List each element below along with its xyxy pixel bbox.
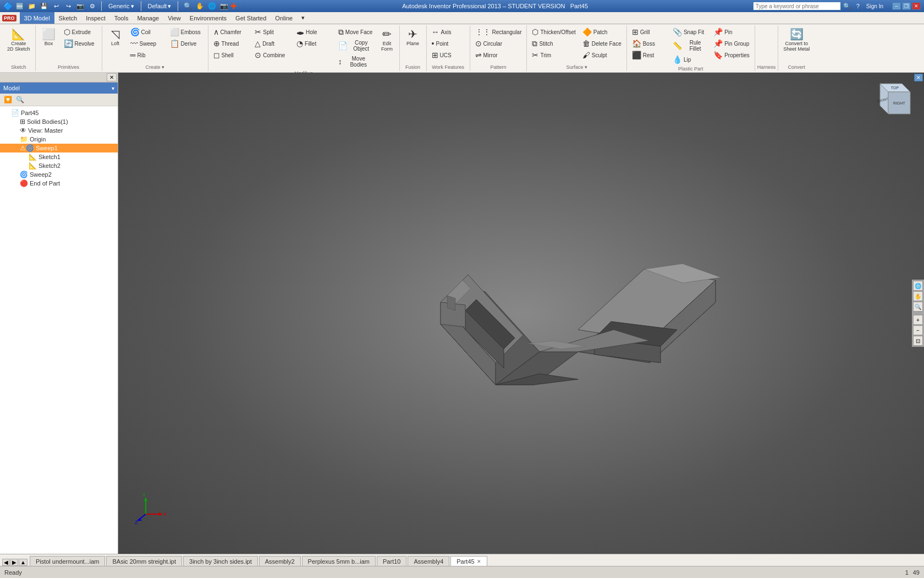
menu-getstarted[interactable]: Get Started — [231, 12, 271, 24]
sweep-btn[interactable]: 〰 Sweep — [128, 38, 166, 49]
draft-btn[interactable]: △ Draft — [252, 38, 293, 49]
tree-item-solid-bodies[interactable]: ⊞ Solid Bodies(1) — [0, 117, 118, 126]
rest-btn[interactable]: ⬛ Rest — [629, 50, 669, 61]
tree-item-sketch2[interactable]: 📐 Sketch2 — [0, 161, 118, 170]
style-dropdown[interactable]: Default▾ — [145, 2, 174, 11]
quick-access-snapshot[interactable]: 📷 — [75, 1, 85, 11]
tab-basic20mm[interactable]: BAsic 20mm streight.ipt — [106, 556, 182, 566]
tab-part45-close[interactable]: ✕ — [477, 559, 481, 564]
mirror-btn[interactable]: ⇌ Mirror — [472, 50, 525, 61]
vc-orbit-btn[interactable]: 🌐 — [913, 281, 923, 291]
grill-btn[interactable]: ⊞ Grill — [629, 26, 669, 37]
nav-dropdown[interactable]: Generic▾ — [106, 2, 137, 11]
search-tree-icon[interactable]: 🔍 — [14, 95, 25, 105]
ucs-btn[interactable]: ⊞ UCS — [429, 50, 468, 61]
fillet-btn[interactable]: ◔ Fillet — [294, 38, 334, 49]
axis-btn[interactable]: ↔ Axis — [429, 26, 468, 37]
tab-nav-up-btn[interactable]: ▲ — [19, 559, 28, 566]
signin-btn[interactable]: Sign In — [864, 3, 886, 9]
split-btn[interactable]: ✂ Split — [252, 26, 293, 37]
loft-btn[interactable]: ◹ Loft — [105, 26, 127, 48]
combine-btn[interactable]: ⊙ Combine — [252, 50, 293, 61]
stitch-btn[interactable]: ⧉ Stitch — [529, 38, 578, 49]
tree-item-view-master[interactable]: 👁 View: Master — [0, 126, 118, 135]
pin-group-btn[interactable]: 📌 Pin Group — [711, 38, 752, 49]
box-btn[interactable]: ⬜ Box — [38, 26, 60, 48]
shell-btn[interactable]: ◻ Shell — [211, 50, 251, 61]
tab-perplexus[interactable]: Perplexus 5mm b...iam — [302, 556, 376, 566]
tab-pistol[interactable]: Pistol undermount...iam — [30, 556, 106, 566]
menu-sketch[interactable]: Sketch — [54, 12, 82, 24]
tree-item-sweep1[interactable]: ⚠🌀 Sweep1 — [0, 144, 118, 152]
convert-sheet-metal-btn[interactable]: 🔄 Convert toSheet Metal — [780, 26, 812, 54]
create-group-label[interactable]: Create ▾ — [105, 63, 206, 70]
delete-face-btn[interactable]: 🗑 Delete Face — [580, 38, 624, 49]
orbit-icon[interactable]: 🌐 — [206, 1, 217, 12]
vc-pan-btn[interactable]: ✋ — [913, 291, 923, 301]
vc-fit-btn[interactable]: ⊡ — [913, 336, 923, 346]
extrude-btn[interactable]: ⬡ Extrude — [61, 26, 100, 37]
menu-tools[interactable]: Tools — [110, 12, 133, 24]
quick-access-redo[interactable]: ↪ — [63, 1, 73, 11]
point-btn[interactable]: • Point — [429, 38, 468, 49]
menu-inspect[interactable]: Inspect — [81, 12, 109, 24]
tree-item-part45[interactable]: 📄 Part45 — [0, 108, 118, 117]
rib-btn[interactable]: ═ Rib — [128, 50, 166, 61]
restore-btn[interactable]: ❐ — [902, 2, 911, 10]
sculpt-btn[interactable]: 🖌 Sculpt — [580, 50, 624, 61]
min-btn[interactable]: – — [892, 2, 901, 10]
camera-icon[interactable]: 📷 — [218, 1, 229, 12]
plane-btn[interactable]: ✈ Plane — [402, 26, 424, 48]
panel-dropdown-icon[interactable]: ▾ — [112, 85, 114, 91]
tab-part10[interactable]: Part10 — [377, 556, 406, 566]
menu-manage[interactable]: Manage — [133, 12, 163, 24]
surface-group-label[interactable]: Surface ▾ — [529, 63, 624, 70]
menu-more[interactable]: ▾ — [297, 12, 309, 24]
tab-part45[interactable]: Part45 ✕ — [450, 556, 487, 566]
view-cube[interactable]: TOP RIGHT FRONT — [869, 78, 913, 122]
tab-assembly4[interactable]: Assembly4 — [408, 556, 449, 566]
tab-3inch[interactable]: 3inch by 3inch sides.ipt — [183, 556, 258, 566]
filter-icon[interactable]: 🔽 — [2, 95, 13, 105]
rule-fillet-btn[interactable]: 📏 Rule Fillet — [670, 38, 710, 53]
zoom-icon[interactable]: 🔍 — [182, 1, 193, 12]
vc-zoomin-btn[interactable]: + — [913, 315, 923, 325]
view-cube-svg[interactable]: TOP RIGHT FRONT — [869, 78, 913, 122]
edit-form-btn[interactable]: ✏ EditForm — [377, 26, 397, 54]
quick-access-open[interactable]: 📁 — [27, 1, 37, 11]
quick-access-new[interactable]: 🆕 — [15, 1, 25, 11]
coil-btn[interactable]: 🌀 Coil — [128, 26, 166, 37]
circular-btn[interactable]: ⊙ Circular — [472, 38, 525, 49]
tab-nav-left-btn[interactable]: ◀ — [2, 559, 10, 566]
pan-icon[interactable]: ✋ — [194, 1, 205, 12]
vc-zoomout-btn[interactable]: − — [913, 325, 923, 335]
menu-view[interactable]: View — [163, 12, 185, 24]
quick-access-settings[interactable]: ⚙ — [87, 1, 97, 11]
tab-assembly2[interactable]: Assembly2 — [259, 556, 301, 566]
tree-item-sweep2[interactable]: 🌀 Sweep2 — [0, 170, 118, 179]
lip-btn[interactable]: 💧 Lip — [670, 54, 710, 65]
revolve-btn[interactable]: 🔄 Revolve — [61, 38, 100, 49]
copy-object-btn[interactable]: 📄 Copy Object — [336, 38, 376, 53]
search-btn[interactable]: 🔍 — [842, 1, 852, 11]
pin-btn[interactable]: 📌 Pin — [711, 26, 752, 37]
help-btn[interactable]: ? — [853, 1, 863, 11]
hole-btn[interactable]: 🕳 Hole — [294, 26, 334, 37]
trim-btn[interactable]: ✂ Trim — [529, 50, 578, 61]
close-btn[interactable]: ✕ — [912, 2, 921, 10]
tree-item-end-of-part[interactable]: 🔴 End of Part — [0, 179, 118, 188]
quick-access-save[interactable]: 💾 — [39, 1, 49, 11]
keyword-search-input[interactable] — [753, 2, 841, 10]
thread-btn[interactable]: ⊕ Thread — [211, 38, 251, 49]
boss-btn[interactable]: 🏠 Boss — [629, 38, 669, 49]
snap-fit-btn[interactable]: 📎 Snap Fit — [670, 26, 710, 37]
tree-item-sketch1[interactable]: 📐 Sketch1 — [0, 152, 118, 161]
menu-environments[interactable]: Environments — [185, 12, 231, 24]
tab-nav-right-btn[interactable]: ▶ — [10, 559, 18, 566]
tree-item-origin[interactable]: 📁 Origin — [0, 135, 118, 144]
move-face-btn[interactable]: ⧉ Move Face — [336, 26, 376, 37]
emboss-btn[interactable]: ⬜ Emboss — [167, 26, 206, 37]
viewport[interactable]: ✕ TOP RIGHT FRONT — [118, 73, 924, 554]
thicken-btn[interactable]: ⬡ Thicken/Offset — [529, 26, 578, 37]
rectangular-btn[interactable]: ⋮⋮ Rectangular — [472, 26, 525, 37]
